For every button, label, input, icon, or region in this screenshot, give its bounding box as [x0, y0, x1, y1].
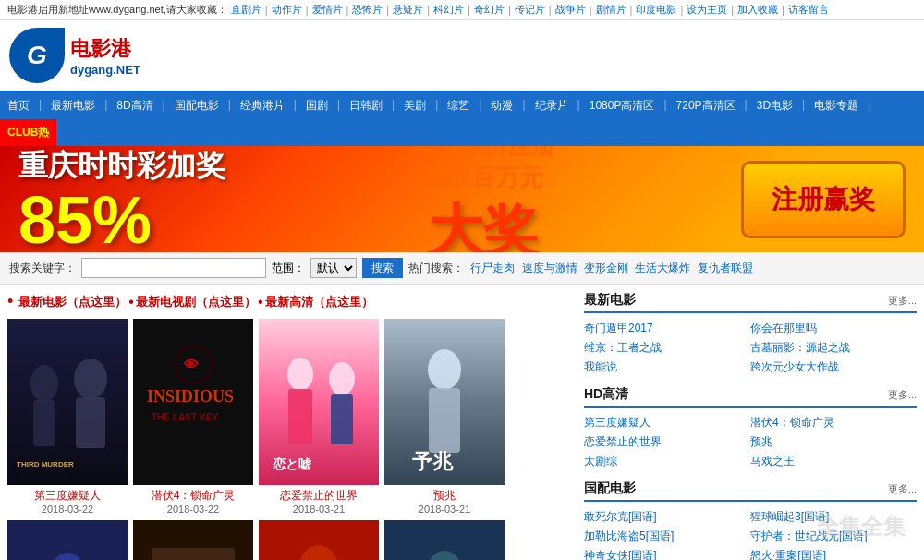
nav-cn-drama[interactable]: 国剧: [298, 92, 335, 119]
notice-text: 电影港启用新地址www.dygang.net,请大家收藏：: [7, 3, 227, 17]
sidebar-item[interactable]: 跨次元少女大作战: [750, 358, 917, 377]
movie-item: [7, 520, 128, 560]
sidebar-item[interactable]: 太剧综: [584, 452, 750, 471]
nav-8d[interactable]: 8D高清: [109, 92, 160, 119]
nav-link-fantasy[interactable]: 奇幻片: [474, 3, 505, 17]
nav-special[interactable]: 电影专题: [807, 92, 866, 119]
svg-text:INSIDIOUS: INSIDIOUS: [147, 387, 234, 406]
nav-link-drama[interactable]: 直剧片: [231, 3, 261, 17]
hot-item-2[interactable]: 速度与激情: [522, 262, 578, 274]
nav-link-guest[interactable]: 访客留言: [788, 3, 829, 17]
movie-title[interactable]: 第三度嫌疑人: [7, 488, 128, 504]
nav-link-india[interactable]: 印度电影: [636, 3, 676, 17]
nav-link-biopic[interactable]: 传记片: [515, 3, 545, 17]
sidebar-item[interactable]: 我能说: [584, 358, 750, 377]
nav-link-homepage[interactable]: 设为主页: [687, 3, 727, 17]
nav-link-action[interactable]: 动作片: [272, 3, 302, 17]
range-label: 范围：: [272, 261, 305, 276]
nav-1080p[interactable]: 1080P高清区: [582, 92, 663, 119]
nav-club[interactable]: CLUB热: [0, 119, 56, 146]
movie-title[interactable]: 预兆: [384, 488, 505, 504]
nav-jp-kr-drama[interactable]: 日韩剧: [342, 92, 390, 119]
sidebar-item[interactable]: 潜伏4：锁命广灵: [750, 413, 917, 432]
nav-national[interactable]: 国配电影: [167, 92, 226, 119]
nav-new-movies[interactable]: 最新电影: [43, 92, 103, 119]
movie-poster: INSIDIOUS THE LAST KEY 👁: [133, 319, 253, 485]
movie-title[interactable]: 潜伏4：锁命广灵: [133, 488, 253, 504]
hot-item-4[interactable]: 生活大爆炸: [635, 262, 690, 274]
nav-link-horror[interactable]: 恐怖片: [352, 3, 383, 17]
nav-anime[interactable]: 动漫: [483, 92, 520, 119]
sidebar-more-link[interactable]: 更多...: [888, 294, 917, 308]
movie-date: 2018-03-21: [384, 504, 505, 515]
hot-item-3[interactable]: 变形金刚: [584, 262, 628, 274]
search-bar: 搜索关键字： 范围： 默认 搜索 热门搜索： 行尸走肉 速度与激情 变形金刚 生…: [0, 252, 924, 285]
sidebar-item[interactable]: 怒火·重案[国语]: [750, 546, 917, 560]
nav-variety[interactable]: 综艺: [440, 92, 477, 119]
logo-sub: dygang.NET: [70, 63, 140, 77]
hot-item-1[interactable]: 行尸走肉: [470, 262, 515, 274]
sidebar-item[interactable]: 第三度嫌疑人: [584, 413, 750, 432]
nav-link-drama2[interactable]: 剧情片: [596, 3, 626, 17]
movie-item: THIRD MURDER: [7, 319, 128, 515]
sidebar-new-movies: 最新电影 更多... 奇门遁甲2017 维京：王者之战 我能说 你会在那里吗 古…: [584, 292, 917, 377]
search-input[interactable]: [81, 258, 266, 278]
nav-link-war[interactable]: 战争片: [555, 3, 586, 17]
movie-poster: [133, 520, 253, 560]
logo-name: 电影港: [70, 35, 140, 63]
nav-3d[interactable]: 3D电影: [749, 92, 800, 119]
range-select[interactable]: 默认: [310, 258, 357, 278]
sidebar-item[interactable]: 敢死尔克[国语]: [584, 507, 750, 527]
svg-point-18: [428, 349, 461, 390]
sidebar-item[interactable]: 古墓丽影：源起之战: [750, 338, 917, 358]
nav-documentary[interactable]: 纪录片: [528, 92, 576, 119]
sidebar-section-title: 最新电影: [584, 292, 636, 309]
movie-poster: 恋と嘘: [259, 319, 379, 485]
sidebar-item[interactable]: 马戏之王: [750, 452, 917, 471]
sidebar-item[interactable]: 奇门遁甲2017: [584, 319, 750, 338]
hot-item-5[interactable]: 复仇者联盟: [698, 262, 753, 274]
movie-poster: [259, 520, 379, 560]
nav-link-bookmark[interactable]: 加入收藏: [737, 3, 778, 17]
svg-rect-25: [152, 548, 235, 560]
tab-new-hd[interactable]: 最新高清（点这里）: [265, 294, 373, 310]
nav-classic[interactable]: 经典港片: [233, 92, 292, 119]
movie-poster: THIRD MURDER: [7, 319, 128, 485]
nav-link-scifi[interactable]: 科幻片: [433, 3, 464, 17]
tab-new-movies[interactable]: 最新电影（点这里）: [18, 294, 127, 310]
nav-720p[interactable]: 720P高清区: [669, 92, 743, 119]
left-panel: • 最新电影（点这里） • 最新电视剧（点这里） • 最新高清（点这里） THI…: [7, 292, 575, 560]
nav-link-mystery[interactable]: 悬疑片: [393, 3, 423, 17]
sidebar-more-link[interactable]: 更多...: [888, 388, 917, 402]
sidebar-more-link[interactable]: 更多...: [888, 482, 917, 496]
banner-percent: 85%: [18, 187, 225, 253]
sidebar-item[interactable]: 猩球崛起3[国语]: [750, 507, 917, 527]
tab-new-tv[interactable]: 最新电视剧（点这里）: [136, 294, 256, 310]
svg-rect-19: [429, 388, 460, 453]
register-label: 注册赢奖: [772, 182, 875, 217]
svg-text:THIRD MURDER: THIRD MURDER: [17, 460, 74, 469]
svg-rect-13: [288, 389, 312, 444]
nav-home[interactable]: 首页: [0, 92, 37, 119]
sidebar-item[interactable]: 你会在那里吗: [750, 319, 917, 338]
sidebar-item[interactable]: 守护者：世纪战元[国语]: [750, 527, 917, 546]
sidebar-item[interactable]: 神奇女侠[国语]: [584, 546, 750, 560]
svg-point-12: [287, 358, 313, 391]
banner-cta1: 马上点击注册: [411, 146, 555, 162]
nav-link-romance[interactable]: 爱情片: [312, 3, 343, 17]
movie-poster: [384, 520, 505, 560]
banner-register-button[interactable]: 注册赢奖: [741, 161, 906, 238]
movie-title[interactable]: 恋爱禁止的世界: [259, 488, 379, 504]
sidebar-item[interactable]: 加勒比海盗5[国语]: [584, 527, 750, 546]
svg-point-3: [74, 359, 107, 399]
nav-us-drama[interactable]: 美剧: [396, 92, 433, 119]
movie-grid: THIRD MURDER: [7, 319, 575, 560]
sidebar-item[interactable]: 维京：王者之战: [584, 338, 750, 358]
search-button[interactable]: 搜索: [362, 258, 403, 278]
main-nav: 首页 | 最新电影 | 8D高清 | 国配电影 | 经典港片 | 国剧 | 日韩…: [0, 92, 924, 146]
movie-date: 2018-03-22: [133, 504, 253, 515]
movie-item: 恋と嘘 恋爱禁止的世界 2018-03-21: [259, 319, 379, 515]
sidebar-item[interactable]: 恋爱禁止的世界: [584, 432, 750, 452]
sidebar-item[interactable]: 预兆: [750, 432, 917, 452]
sidebar-section-title: HD高清: [584, 386, 628, 403]
